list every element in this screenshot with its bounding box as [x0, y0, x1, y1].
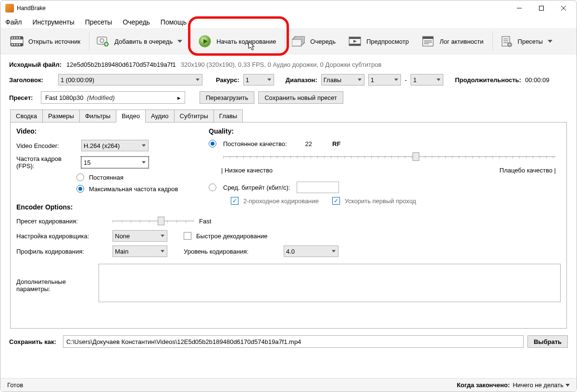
toolbar-log-label: Лог активности	[439, 38, 483, 45]
range-to-select[interactable]: 1	[411, 74, 443, 86]
svg-rect-12	[14, 44, 15, 46]
turbo-checkbox[interactable]	[332, 197, 340, 205]
preset-row: Пресет: Fast 1080p30 (Modified) ▸ Переза…	[0, 88, 577, 107]
main-body: Исходный файл: 12e5d05b2b189480d6170d574…	[0, 54, 577, 378]
enc-preset-slider[interactable]	[113, 216, 194, 226]
rf-unit: RF	[332, 140, 340, 147]
peak-fps-label: Максимальная частота кадров	[89, 185, 178, 193]
when-done-dropdown[interactable]: Ничего не делать	[513, 381, 570, 389]
preview-icon	[348, 36, 362, 47]
toolbar-presets[interactable]: Пресеты	[494, 32, 558, 51]
toolbar-log[interactable]: Лог активности	[415, 32, 492, 51]
menu-tools[interactable]: Инструменты	[31, 17, 75, 27]
fps-select[interactable]: 15	[81, 157, 149, 168]
save-label: Сохранить как:	[9, 338, 59, 345]
toolbar-queue[interactable]: Очередь	[286, 32, 341, 51]
preset-label: Пресет:	[9, 94, 37, 101]
svg-rect-29	[349, 44, 361, 46]
svg-rect-1	[539, 6, 544, 11]
duration-value: 00:00:09	[525, 76, 550, 84]
statusbar: Готов Когда закончено: Ничего не делать	[0, 378, 577, 392]
save-path-input[interactable]	[63, 335, 524, 348]
source-info: 320x190 (320x190), 0,33 FPS, 0 Аудио дор…	[181, 61, 382, 68]
chevron-down-icon	[177, 40, 182, 43]
quality-slider[interactable]	[223, 151, 556, 162]
peak-fps-radio[interactable]	[76, 185, 84, 193]
turbo-label: Ускорить первый проход	[345, 197, 416, 205]
constant-fps-label: Постоянная	[89, 174, 124, 181]
menubar: Файл Инструменты Пресеты Очередь Помощь	[0, 16, 577, 28]
source-name: 12e5d05b2b189480d6170d574b19a7f1	[66, 61, 176, 68]
app-title: HandBrake	[17, 5, 508, 12]
angle-select[interactable]: 1	[243, 74, 274, 86]
tab-chapters[interactable]: Главы	[213, 110, 243, 122]
toolbar-open-source[interactable]: Открыть источник	[4, 32, 89, 51]
duration-label: Продолжительность:	[455, 76, 521, 84]
source-row: Исходный файл: 12e5d05b2b189480d6170d574…	[0, 58, 577, 71]
tune-select[interactable]: None	[113, 230, 167, 242]
menu-presets[interactable]: Пресеты	[84, 17, 113, 27]
save-new-preset-button[interactable]: Сохранить новый пресет	[258, 91, 343, 104]
toolbar-queue-label: Очередь	[310, 38, 336, 45]
svg-marker-42	[565, 384, 570, 387]
rf-value: 22	[305, 140, 312, 147]
enc-preset-value: Fast	[199, 218, 211, 225]
maximize-button[interactable]	[530, 0, 552, 16]
const-quality-radio[interactable]	[209, 140, 216, 147]
browse-button[interactable]: Выбрать	[527, 335, 568, 348]
app-window: HandBrake Файл Инструменты Пресеты Очере…	[0, 0, 577, 392]
tab-audio[interactable]: Аудио	[145, 110, 175, 122]
range-label: Диапазон:	[286, 76, 317, 84]
avg-bitrate-radio[interactable]	[209, 184, 216, 191]
level-select[interactable]: 4.0	[284, 245, 339, 257]
toolbar-addqueue-label: Добавить в очередь	[114, 38, 173, 45]
extra-params-textarea[interactable]	[99, 264, 561, 302]
menu-help[interactable]: Помощь	[160, 17, 188, 27]
two-pass-checkbox[interactable]	[231, 197, 238, 205]
tab-dimensions[interactable]: Размеры	[42, 110, 80, 122]
tab-filters[interactable]: Фильтры	[79, 110, 116, 122]
range-type-select[interactable]: Главы	[321, 74, 364, 86]
svg-rect-8	[14, 37, 15, 39]
tabs: Сводка Размеры Фильтры Видео Аудио Субти…	[0, 107, 577, 122]
title-select[interactable]: 1 (00:00:09)	[58, 74, 202, 86]
video-header: Video:	[16, 127, 199, 135]
svg-rect-7	[12, 37, 13, 39]
fast-decode-checkbox[interactable]	[184, 232, 191, 240]
angle-label: Ракурс:	[216, 76, 239, 84]
close-button[interactable]	[552, 0, 575, 16]
avg-bitrate-label: Сред. битрейт (кбит/с):	[223, 184, 290, 191]
log-icon	[421, 36, 435, 47]
tab-video[interactable]: Видео	[116, 110, 146, 122]
level-label: Уровень кодирования:	[184, 248, 256, 255]
menu-file[interactable]: Файл	[4, 17, 23, 27]
slider-thumb[interactable]	[158, 217, 164, 225]
svg-rect-26	[292, 39, 301, 46]
profile-label: Профиль кодирования:	[16, 248, 108, 255]
tab-subtitles[interactable]: Субтитры	[174, 110, 214, 122]
menu-queue[interactable]: Очередь	[122, 17, 151, 27]
chevron-down-icon	[565, 384, 570, 387]
constant-fps-radio[interactable]	[76, 173, 84, 181]
enc-preset-label: Пресет кодирования:	[16, 218, 108, 225]
toolbar-add-queue[interactable]: Добавить в очередь	[90, 32, 188, 51]
encoder-select[interactable]: H.264 (x264)	[81, 140, 149, 151]
range-from-select[interactable]: 1	[368, 74, 401, 86]
tab-summary[interactable]: Сводка	[10, 110, 43, 122]
toolbar-start-encode[interactable]: Начать кодирование	[189, 32, 285, 51]
slider-thumb[interactable]	[413, 152, 419, 161]
preset-dropdown[interactable]: Fast 1080p30 (Modified) ▸	[41, 91, 185, 104]
film-icon	[10, 36, 24, 47]
preset-name: Fast 1080p30	[45, 94, 84, 101]
encoder-label: Video Encoder:	[16, 142, 76, 149]
reload-preset-button[interactable]: Перезагрузить	[200, 91, 254, 104]
svg-marker-30	[353, 40, 357, 43]
profile-select[interactable]: Main	[113, 245, 167, 257]
video-tab-pane: Video: Video Encoder: H.264 (x264) Часто…	[10, 122, 567, 329]
chevron-down-icon	[548, 40, 552, 43]
avg-bitrate-input[interactable]	[297, 182, 339, 193]
toolbar-open-label: Открыть источник	[28, 38, 80, 45]
toolbar-presets-label: Пресеты	[518, 38, 543, 45]
minimize-button[interactable]	[508, 0, 530, 16]
toolbar-preview[interactable]: Предпросмотр	[342, 32, 414, 51]
